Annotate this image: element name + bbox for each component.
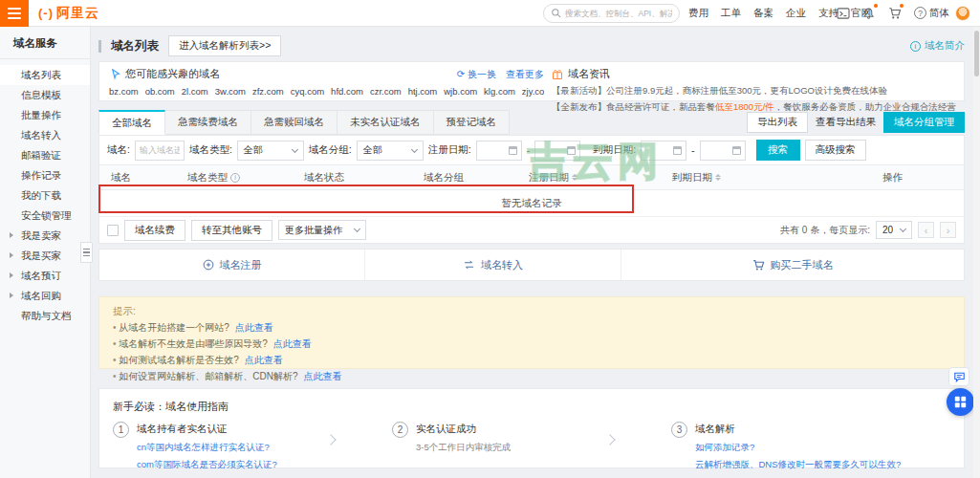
feedback-chat-button[interactable] <box>948 367 969 386</box>
select-all-checkbox[interactable] <box>107 225 119 236</box>
guide-link[interactable]: 云解析增强版、DNS修改时一般需要多久可以生效? <box>695 459 901 471</box>
tab-preregistered[interactable]: 预登记域名 <box>434 110 511 135</box>
tip-view-link[interactable]: 点此查看 <box>273 338 312 349</box>
filter-group-select[interactable]: 全部 <box>357 141 424 161</box>
suggested-domain-link[interactable]: 2l.com <box>182 86 208 97</box>
sidebar-item-domain-buyback[interactable]: 域名回购 <box>0 286 90 306</box>
date-separator: - <box>527 144 531 156</box>
search-input[interactable] <box>565 9 672 18</box>
chevron-right-icon <box>604 434 615 445</box>
notification-bell-icon[interactable] <box>861 6 876 20</box>
table-header-row: 域名 域名类型 域名状态 域名分组 注册日期 到期日期 操作 <box>99 164 964 190</box>
sidebar-item-operation-log[interactable]: 操作记录 <box>0 165 90 185</box>
topbar-menu-item[interactable]: 工单 <box>721 7 741 20</box>
domain-intro-link[interactable]: 域名简介 <box>910 39 965 53</box>
domain-group-manage-button[interactable]: 域名分组管理 <box>883 112 965 133</box>
tip-view-link[interactable]: 点此查看 <box>245 355 283 365</box>
enter-dns-list-button[interactable]: 进入域名解析列表>> <box>168 35 281 56</box>
sidebar-item-info-template[interactable]: 信息模板 <box>0 85 90 105</box>
regdate-end-input[interactable] <box>534 141 580 161</box>
suggested-domain-link[interactable]: klg.com <box>484 86 515 97</box>
sort-icon[interactable] <box>715 174 721 181</box>
expdate-end-input[interactable] <box>700 141 746 161</box>
view-more-domains-link[interactable]: 查看更多 <box>506 68 544 81</box>
guide-link[interactable]: com等国际域名是否必须实名认证? <box>137 459 277 471</box>
topbar-search[interactable] <box>543 4 680 23</box>
sidebar-item-domain-transfer-in[interactable]: 域名转入 <box>0 125 90 145</box>
hamburger-menu-icon[interactable] <box>0 0 29 27</box>
suggested-domain-link[interactable]: htj.com <box>408 86 438 97</box>
next-page-button[interactable]: › <box>940 222 956 238</box>
suggested-domain-link[interactable]: zfz.com <box>252 86 284 97</box>
tip-view-link[interactable]: 点此查看 <box>304 371 342 381</box>
more-batch-actions-select[interactable]: 更多批量操作 <box>278 220 366 240</box>
tip-view-link[interactable]: 点此查看 <box>235 322 273 333</box>
sidebar-item-i-am-buyer[interactable]: 我是买家 <box>0 246 90 266</box>
tab-all-domains[interactable]: 全部域名 <box>98 110 165 135</box>
topbar-menu-item[interactable]: 企业 <box>786 7 806 20</box>
sidebar-item-batch-operation[interactable]: 批量操作 <box>0 105 90 125</box>
search-button[interactable]: 搜索 <box>756 140 800 161</box>
batch-renew-button[interactable]: 域名续费 <box>124 220 185 241</box>
export-list-button[interactable]: 导出列表 <box>747 112 808 133</box>
sidebar-item-domain-list[interactable]: 域名列表 <box>0 65 90 85</box>
suggested-domain-link[interactable]: ob.com <box>145 86 175 97</box>
prev-page-button[interactable]: ‹ <box>918 222 934 238</box>
view-export-result-link[interactable]: 查看导出结果 <box>816 116 876 129</box>
expdate-start-input[interactable] <box>641 141 686 161</box>
topbar-menu-item[interactable]: 费用 <box>688 7 708 20</box>
qr-grid-icon <box>954 396 967 408</box>
interested-domains-section: 您可能感兴趣的域名 ⟳ 换一换 查看更多 bz.comob.com2l.com3… <box>109 67 544 100</box>
buy-secondhand-domain-card[interactable]: 购买二手域名 <box>621 250 964 280</box>
suggested-domain-link[interactable]: wjb.com <box>444 86 477 97</box>
tab-renew-urgent[interactable]: 急需续费域名 <box>165 110 251 135</box>
pagination-summary: 共有 0 条，每页显示: <box>780 224 870 237</box>
sidebar-item-security-lock[interactable]: 安全锁管理 <box>0 206 90 226</box>
sidebar-item-help-docs[interactable]: 帮助与文档 <box>0 306 90 326</box>
language-switch[interactable]: 简体 <box>929 7 949 20</box>
sidebar-item-domain-reserve[interactable]: 域名预订 <box>0 266 90 286</box>
batch-transfer-button[interactable]: 转至其他账号 <box>191 220 272 241</box>
sidebar-item-i-am-seller[interactable]: 我是卖家 <box>0 226 90 246</box>
batch-action-bar: 域名续费 转至其他账号 更多批量操作 共有 0 条，每页显示: 20 ‹ › <box>99 217 964 243</box>
filter-domain-input[interactable] <box>135 141 185 161</box>
cart-icon[interactable] <box>887 6 902 20</box>
guide-link[interactable]: cn等国内域名怎样进行实名认证? <box>137 442 277 454</box>
filter-type-label: 域名类型: <box>189 143 232 157</box>
expand-arrow-icon <box>10 252 13 258</box>
guide-link[interactable]: 如何添加记录? <box>695 442 901 454</box>
tab-unverified[interactable]: 未实名认证域名 <box>338 110 434 135</box>
topbar-menu-item[interactable]: 备案 <box>753 7 773 20</box>
register-domain-card[interactable]: 域名注册 <box>99 250 365 280</box>
guide-step-1: 1 域名持有者实名认证 cn等国内域名怎样进行实名认证? com等国际域名是否必… <box>113 423 392 471</box>
scrollbar-thumb[interactable] <box>974 31 979 76</box>
page-scrollbar[interactable] <box>973 27 980 478</box>
regdate-start-input[interactable] <box>476 141 522 161</box>
domain-news-section: 域名资讯 【最新活动】公司注册9.9元起，商标注册低至300元，更有LOGO设计… <box>544 67 956 100</box>
info-icon[interactable] <box>230 173 240 183</box>
sidebar-item-email-verification[interactable]: 邮箱验证 <box>0 145 90 165</box>
suggested-domain-link[interactable]: bz.com <box>109 86 139 97</box>
sidebar-collapse-handle[interactable] <box>80 242 93 263</box>
transfer-in-domain-card[interactable]: 域名转入 <box>365 250 621 280</box>
suggested-domain-link[interactable]: cyq.com <box>291 86 324 97</box>
user-avatar[interactable] <box>955 6 970 21</box>
suggested-domain-link[interactable]: hfd.com <box>331 86 363 97</box>
advanced-search-button[interactable]: 高级搜索 <box>805 140 866 161</box>
help-icon[interactable] <box>913 6 927 20</box>
tab-redeem-urgent[interactable]: 急需赎回域名 <box>251 110 338 135</box>
page-size-select[interactable]: 20 <box>876 221 912 239</box>
empty-state-text: 暂无域名记录 <box>99 190 964 217</box>
suggested-domain-link[interactable]: czr.com <box>370 86 402 97</box>
suggested-domain-link[interactable]: zjy.com <box>522 86 544 97</box>
chevron-down-icon <box>354 226 360 232</box>
news-line-1[interactable]: 【最新活动】公司注册9.9元起，商标注册低至300元，更有LOGO设计免费在线体… <box>552 85 956 98</box>
refresh-domains-link[interactable]: ⟳ 换一换 <box>457 68 496 81</box>
sidebar-item-my-downloads[interactable]: 我的下载 <box>0 185 90 206</box>
customer-service-button[interactable] <box>947 388 974 416</box>
sort-icon[interactable] <box>572 174 577 181</box>
cloudshell-icon[interactable] <box>836 6 850 20</box>
suggested-domain-link[interactable]: 3w.com <box>215 86 246 97</box>
aliyun-logo[interactable]: (-) 阿里云 <box>38 5 99 22</box>
filter-type-select[interactable]: 全部 <box>237 141 304 161</box>
